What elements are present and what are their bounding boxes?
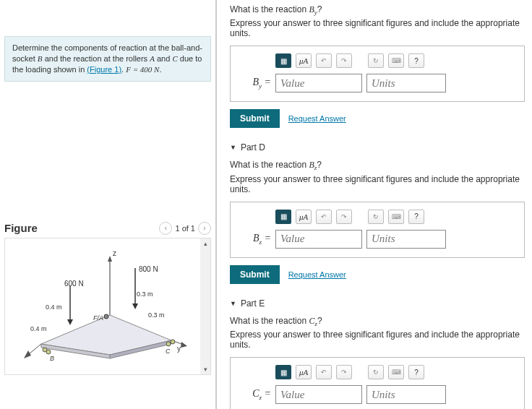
templates-button[interactable]: ▦ [275,210,291,224]
q-text: What is the reaction [230,160,309,170]
scroll-up-icon: ▴ [204,240,207,247]
submit-button[interactable]: Submit [230,109,280,128]
problem-text: . [159,65,161,74]
svg-text:y: y [177,345,181,353]
part-c-block: What is the reaction By? Express your an… [230,4,525,128]
pager-next-button[interactable]: › [198,222,211,235]
symbols-button[interactable]: μA [296,210,312,224]
part-e-header[interactable]: ▼ Part E [230,294,525,316]
undo-button[interactable]: ↶ [316,210,332,224]
request-answer-link[interactable]: Request Answer [288,114,346,123]
lbl-var: B [252,77,259,87]
mu-icon: μA [299,56,308,65]
undo-button[interactable]: ↶ [316,365,332,379]
help-button[interactable]: ? [408,53,424,68]
figure-body: z y 800 N 600 N 0.4 m 0.4 m 0.3 m 0.3 m … [4,238,211,375]
input-row: Bz = [241,230,514,249]
figure-header: Figure ‹ 1 of 1 › [4,219,211,238]
part-c-answer-box: ▦ μA ↶ ↷ ↻ ⌨ ? By = [230,46,525,102]
submit-row: Submit Request Answer [230,265,525,284]
q-var: B [309,4,314,14]
keyboard-button[interactable]: ⌨ [388,365,404,379]
help-button[interactable]: ? [408,365,424,379]
redo-button[interactable]: ↷ [336,53,352,68]
part-c-instructions: Express your answer to three significant… [230,18,525,38]
templates-button[interactable]: ▦ [275,53,291,68]
keyboard-button[interactable]: ⌨ [388,210,404,224]
figure-pager: ‹ 1 of 1 › [159,222,211,235]
svg-marker-6 [181,342,187,348]
redo-button[interactable]: ↷ [336,365,352,379]
figure-diagram: z y 800 N 600 N 0.4 m 0.4 m 0.3 m 0.3 m … [12,243,193,366]
lbl-eq: = [262,77,271,87]
problem-statement: Determine the components of reaction at … [4,36,211,82]
part-d-header[interactable]: ▼ Part D [230,138,525,160]
mu-icon: μA [299,368,308,376]
keyboard-button[interactable]: ⌨ [388,53,404,68]
svg-text:0.3 m: 0.3 m [137,290,153,298]
q-text: ? [317,316,322,326]
problem-text: and the reaction at the rollers [43,54,150,63]
templates-button[interactable]: ▦ [275,365,291,379]
svg-point-17 [104,314,108,319]
var-label: Cz = [241,388,271,401]
part-c-question: What is the reaction By? [230,4,525,16]
symbols-button[interactable]: μA [296,53,312,68]
part-e-question: What is the reaction Cz? [230,316,525,327]
value-input[interactable] [275,74,362,92]
svg-text:800 N: 800 N [139,265,158,273]
reset-button[interactable]: ↻ [368,210,384,224]
symbols-button[interactable]: μA [296,365,312,379]
mu-icon: μA [299,212,308,221]
svg-text:0.4 m: 0.4 m [46,303,62,311]
part-d-question: What is the reaction Bz? [230,160,525,171]
svg-point-15 [166,342,171,346]
request-answer-link[interactable]: Request Answer [288,270,346,279]
pager-label: 1 of 1 [175,224,195,233]
submit-row: Submit Request Answer [230,109,525,128]
svg-text:0.3 m: 0.3 m [148,311,165,319]
svg-text:F/A: F/A [93,314,103,322]
var-B: B [38,54,43,63]
caret-down-icon: ▼ [230,144,236,151]
part-d-instructions: Express your answer to three significant… [230,174,525,194]
var-C: C [172,54,177,63]
submit-button[interactable]: Submit [230,265,280,284]
answer-toolbar: ▦ μA ↶ ↷ ↻ ⌨ ? [241,365,514,379]
input-row: By = [241,74,514,92]
part-e-answer-box: ▦ μA ↶ ↷ ↻ ⌨ ? Cz = [230,357,525,409]
redo-button[interactable]: ↷ [336,210,352,224]
value-input[interactable] [275,230,362,249]
undo-button[interactable]: ↶ [316,53,332,68]
q-var: B [309,160,314,170]
scroll-down-icon: ▾ [204,366,207,373]
var-label: Bz = [241,233,271,246]
lbl-eq: = [262,233,271,244]
units-input[interactable] [366,385,446,404]
figure-link[interactable]: (Figure 1) [87,65,121,74]
answer-toolbar: ▦ μA ↶ ↷ ↻ ⌨ ? [241,53,514,68]
part-e-instructions: Express your answer to three significant… [230,330,525,350]
svg-text:0.4 m: 0.4 m [30,325,47,332]
units-input[interactable] [366,74,446,92]
svg-point-14 [46,350,51,354]
caret-down-icon: ▼ [230,300,236,307]
lbl-var: B [253,233,259,244]
svg-text:C: C [166,348,171,355]
q-text: ? [317,160,322,170]
value-input[interactable] [275,385,362,404]
part-d-title: Part D [241,142,265,152]
reset-button[interactable]: ↻ [368,365,384,379]
svg-marker-12 [67,319,73,325]
svg-text:B: B [50,355,54,362]
var-A: A [150,54,155,63]
svg-text:600 N: 600 N [64,280,84,288]
part-d-answer-box: ▦ μA ↶ ↷ ↻ ⌨ ? Bz = [230,202,525,258]
units-input[interactable] [366,230,446,249]
figure-scrollbar[interactable]: ▴ ▾ [200,238,210,374]
pager-prev-button[interactable]: ‹ [159,222,172,235]
help-button[interactable]: ? [408,210,424,224]
lbl-eq: = [262,388,271,399]
q-text: What is the reaction [230,316,309,326]
reset-button[interactable]: ↻ [368,53,384,68]
